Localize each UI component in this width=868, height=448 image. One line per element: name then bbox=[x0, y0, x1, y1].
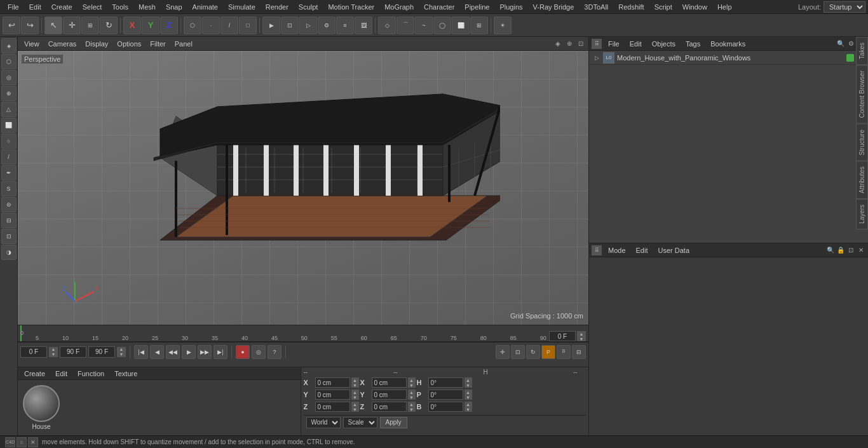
prev-frame-button[interactable]: ◀ bbox=[150, 345, 164, 359]
x-pos-up[interactable]: ▲ bbox=[351, 377, 359, 383]
y-pos-input[interactable] bbox=[315, 390, 350, 400]
menu-help[interactable]: Help bbox=[712, 2, 737, 12]
menu-create[interactable]: Create bbox=[46, 2, 78, 12]
z-size-up[interactable]: ▲ bbox=[465, 402, 472, 407]
z-size-down[interactable]: ▼ bbox=[465, 407, 472, 412]
om-config-icon[interactable]: ⚙ bbox=[846, 39, 855, 48]
z-rot-input[interactable] bbox=[372, 402, 407, 412]
z-pos-input[interactable] bbox=[315, 402, 350, 412]
sidebar-model-button[interactable]: ◈ bbox=[1, 38, 17, 53]
end-down-btn[interactable]: ▼ bbox=[117, 352, 126, 357]
pb-right-6[interactable]: ⊟ bbox=[572, 345, 586, 359]
current-frame-input[interactable] bbox=[549, 331, 576, 341]
floor-button[interactable]: ⬜ bbox=[452, 17, 470, 34]
menu-tools[interactable]: Tools bbox=[107, 2, 133, 12]
render-region-button[interactable]: ⊡ bbox=[281, 17, 299, 34]
x-rot-input[interactable] bbox=[372, 377, 407, 388]
material-button[interactable]: ◯ bbox=[433, 17, 451, 34]
select-tool-button[interactable]: ↖ bbox=[44, 17, 62, 34]
pb-right-5[interactable]: ⠿ bbox=[557, 345, 571, 359]
pb-right-4[interactable]: P bbox=[541, 345, 555, 359]
sidebar-sphere-button[interactable]: ○ bbox=[1, 133, 17, 149]
pb-right-2[interactable]: ⊡ bbox=[511, 345, 525, 359]
viewport[interactable]: View Cameras Display Options Filter Pane… bbox=[18, 37, 588, 325]
render-picture-button[interactable]: 🖼 bbox=[355, 17, 372, 34]
om-objects[interactable]: Objects bbox=[648, 39, 679, 49]
attr-lock-icon[interactable]: 🔒 bbox=[836, 246, 845, 255]
scale-select[interactable]: Scale bbox=[343, 417, 377, 428]
menu-pipeline[interactable]: Pipeline bbox=[459, 2, 494, 12]
y-axis-button[interactable]: Y bbox=[142, 17, 159, 34]
apply-button[interactable]: Apply bbox=[380, 417, 407, 428]
object-row[interactable]: ▷ L0 Modern_House_with_Panoramic_Windows bbox=[589, 51, 868, 65]
attr-search-icon[interactable]: 🔍 bbox=[826, 246, 835, 255]
y-rot-up[interactable]: ▲ bbox=[408, 390, 416, 395]
status-circle-icon[interactable]: ○ bbox=[17, 437, 27, 447]
play-button[interactable]: ▶ bbox=[182, 345, 196, 359]
scale-tool-button[interactable]: ⊞ bbox=[81, 17, 99, 34]
y-pos-up[interactable]: ▲ bbox=[351, 390, 359, 395]
tab-takes[interactable]: Takes bbox=[856, 37, 868, 65]
redo-button[interactable]: ↪ bbox=[21, 17, 39, 34]
vp-menu-cameras[interactable]: Cameras bbox=[44, 39, 81, 49]
object-dot-green[interactable] bbox=[846, 54, 854, 62]
x-rot-down[interactable]: ▼ bbox=[408, 383, 416, 388]
menu-script[interactable]: Script bbox=[649, 2, 677, 12]
vp-icon-2[interactable]: ⊕ bbox=[564, 39, 574, 49]
render-queue-button[interactable]: ≡ bbox=[336, 17, 354, 34]
attr-edit[interactable]: Edit bbox=[632, 245, 652, 255]
rotate-tool-button[interactable]: ↻ bbox=[100, 17, 118, 34]
menu-file[interactable]: File bbox=[3, 2, 24, 12]
sidebar-bottom-1[interactable]: ⊡ bbox=[1, 229, 17, 244]
playback-end-input-1[interactable] bbox=[60, 346, 86, 358]
render-settings-button[interactable]: ⚙ bbox=[318, 17, 336, 34]
om-tags[interactable]: Tags bbox=[682, 39, 704, 49]
menu-sculpt[interactable]: Sculpt bbox=[294, 2, 323, 12]
tab-layers[interactable]: Layers bbox=[856, 199, 868, 229]
light-button[interactable]: ☀ bbox=[494, 17, 512, 34]
tab-structure[interactable]: Structure bbox=[856, 124, 868, 161]
world-select[interactable]: World bbox=[306, 417, 341, 428]
menu-redshift[interactable]: Redshift bbox=[613, 2, 649, 12]
end-up-btn[interactable]: ▲ bbox=[117, 347, 126, 352]
menu-mesh[interactable]: Mesh bbox=[133, 2, 161, 12]
menu-snap[interactable]: Snap bbox=[161, 2, 187, 12]
pb-right-3[interactable]: ↻ bbox=[526, 345, 540, 359]
autokey-button[interactable]: ◎ bbox=[252, 345, 266, 359]
y-size-input[interactable] bbox=[428, 390, 463, 400]
z-rot-up[interactable]: ▲ bbox=[408, 402, 416, 407]
mat-create[interactable]: Create bbox=[20, 369, 49, 379]
om-search-icon[interactable]: 🔍 bbox=[836, 39, 845, 48]
y-pos-down[interactable]: ▼ bbox=[351, 395, 359, 400]
status-close-icon[interactable]: ✕ bbox=[28, 437, 38, 447]
z-rot-down[interactable]: ▼ bbox=[408, 407, 416, 412]
frame-down-button[interactable]: ▼ bbox=[577, 336, 586, 341]
x-pos-down[interactable]: ▼ bbox=[351, 383, 359, 388]
z-axis-button[interactable]: Z bbox=[160, 17, 178, 34]
x-rot-up[interactable]: ▲ bbox=[408, 377, 416, 383]
playback-end-input-2[interactable] bbox=[88, 346, 115, 358]
menu-motion-tracker[interactable]: Motion Tracker bbox=[323, 2, 379, 12]
vp-menu-panel[interactable]: Panel bbox=[171, 39, 196, 49]
poly-mode-button[interactable]: □ bbox=[239, 17, 257, 34]
z-pos-up[interactable]: ▲ bbox=[351, 402, 359, 407]
camera-button[interactable]: ◇ bbox=[378, 17, 396, 34]
move-tool-button[interactable]: ✛ bbox=[63, 17, 81, 34]
sidebar-bottom-2[interactable]: ◑ bbox=[1, 245, 17, 260]
attr-close-icon[interactable]: ✕ bbox=[857, 246, 865, 255]
deformer-button[interactable]: ⌒ bbox=[397, 17, 414, 34]
menu-mograph[interactable]: MoGraph bbox=[379, 2, 419, 12]
x-pos-input[interactable] bbox=[315, 377, 350, 388]
x-size-up[interactable]: ▲ bbox=[465, 377, 472, 383]
vp-menu-display[interactable]: Display bbox=[81, 39, 112, 49]
vp-menu-view[interactable]: View bbox=[20, 39, 43, 49]
attr-expand-icon[interactable]: ⊡ bbox=[846, 246, 855, 255]
menu-render[interactable]: Render bbox=[261, 2, 294, 12]
sidebar-bp-button[interactable]: ⊟ bbox=[1, 213, 17, 228]
menu-simulate[interactable]: Simulate bbox=[223, 2, 261, 12]
mat-texture[interactable]: Texture bbox=[111, 369, 141, 379]
y-rot-input[interactable] bbox=[372, 390, 407, 400]
vp-icon-1[interactable]: ◈ bbox=[553, 39, 563, 49]
sidebar-mesh-button[interactable]: ⬡ bbox=[1, 54, 17, 69]
x-axis-button[interactable]: X bbox=[123, 17, 141, 34]
